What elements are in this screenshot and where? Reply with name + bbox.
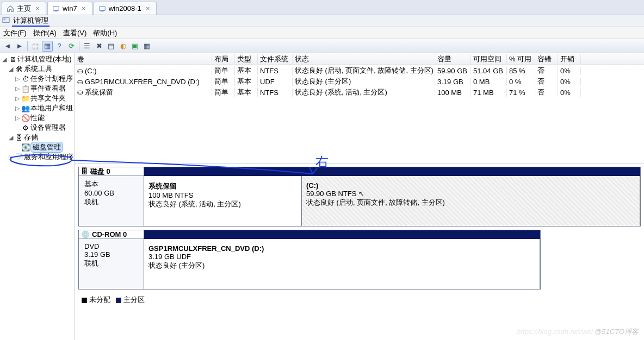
settings-button[interactable]: ▣ [129, 41, 140, 52]
perf-icon: 🚫 [22, 114, 29, 122]
svg-rect-3 [101, 11, 103, 11]
tree-root[interactable]: ◢🖥计算机管理(本地) [1, 54, 73, 64]
col-pct[interactable]: % 可用 [507, 54, 535, 64]
services-icon: 📄 [15, 153, 23, 161]
up-button[interactable]: ⬚ [30, 41, 41, 52]
tab-home[interactable]: 主页 × [2, 2, 46, 15]
disk-0-label: 🗄磁盘 0 基本 60.00 GB 联机 [79, 167, 144, 226]
storage-icon: 🗄 [15, 134, 23, 141]
svg-rect-1 [54, 11, 57, 11]
props-button[interactable]: ✖ [94, 41, 104, 52]
partition-c[interactable]: (C:) 59.90 GB NTFS ↖ 状态良好 (启动, 页面文件, 故障转… [302, 176, 640, 226]
watermark: https://blog.csdn.net/wei @51CTO博客 [517, 327, 639, 337]
tree-services[interactable]: ▷📄服务和应用程序 [1, 152, 73, 162]
tree-local-users[interactable]: ▷👥本地用户和组 [1, 103, 73, 113]
vm-tabs-bar: 主页 × win7 × win2008-1 × [0, 0, 644, 15]
volume-table[interactable]: 卷 布局 类型 文件系统 状态 容量 可用空间 % 可用 容错 开销 ⛀(C:)… [75, 53, 644, 163]
tree-performance[interactable]: ▷🚫性能 [1, 113, 73, 123]
col-ov[interactable]: 开销 [558, 54, 581, 64]
show-hide-button[interactable]: ▦ [42, 41, 53, 52]
partition-dvd[interactable]: GSP1RMCULXFRER_CN_DVD (D:) 3.19 GB UDF 状… [144, 239, 540, 289]
close-icon[interactable]: × [34, 4, 41, 12]
computer-icon: 🖥 [9, 55, 16, 63]
tab-label: win7 [63, 4, 77, 12]
legend-primary-swatch [116, 298, 121, 303]
tab-win7[interactable]: win7 × [47, 2, 92, 15]
svg-rect-2 [100, 6, 106, 10]
tree-system-tools[interactable]: ◢🛠系统工具 [1, 64, 73, 74]
disk-icon: 💽 [22, 143, 29, 151]
col-type[interactable]: 类型 [235, 54, 258, 64]
col-layout[interactable]: 布局 [212, 54, 235, 64]
partition-system-reserved[interactable]: 系统保留 100 MB NTFS 状态良好 (系统, 活动, 主分区) [144, 176, 302, 226]
menu-action[interactable]: 操作(A) [33, 28, 57, 38]
col-free[interactable]: 可用空间 [471, 54, 507, 64]
col-volume[interactable]: 卷 [75, 54, 212, 64]
forward-button[interactable]: ► [14, 41, 25, 52]
tab-label: 主页 [17, 4, 31, 14]
content-pane: 卷 布局 类型 文件系统 状态 容量 可用空间 % 可用 容错 开销 ⛀(C:)… [75, 53, 644, 340]
dvd-icon: 💿 [81, 230, 90, 238]
svg-rect-5 [4, 18, 6, 20]
col-ft[interactable]: 容错 [535, 54, 558, 64]
menu-help[interactable]: 帮助(H) [93, 28, 117, 38]
col-fs[interactable]: 文件系统 [258, 54, 293, 64]
separator [79, 41, 79, 51]
window-title: 计算机管理 [12, 16, 49, 27]
svg-rect-4 [3, 18, 9, 23]
vm-icon [98, 5, 106, 12]
menu-view[interactable]: 查看(V) [63, 28, 86, 38]
tab-win2008[interactable]: win2008-1 × [94, 2, 157, 15]
folder-icon: 📁 [22, 95, 29, 102]
disk-header-strip [144, 230, 540, 239]
disk-drive-icon: 🗄 [81, 167, 88, 175]
nav-tree[interactable]: ◢🖥计算机管理(本地) ◢🛠系统工具 ▷⏱任务计划程序 ▷📋事件查看器 ▷📁共享… [0, 53, 75, 340]
refresh-button[interactable]: ⟳ [66, 41, 77, 52]
menu-bar: 文件(F) 操作(A) 查看(V) 帮助(H) [0, 27, 644, 39]
mmc-icon [2, 16, 10, 26]
tools-icon: 🛠 [15, 65, 23, 73]
legend-unalloc-swatch [82, 298, 87, 303]
col-cap[interactable]: 容量 [435, 54, 471, 64]
tree-device-manager[interactable]: ⚙设备管理器 [1, 123, 73, 133]
disk-0-block[interactable]: 🗄磁盘 0 基本 60.00 GB 联机 系统保留 100 MB NTFS 状态… [78, 167, 641, 226]
window-title-bar: 计算机管理 [0, 15, 644, 27]
action-button[interactable]: ◐ [117, 41, 128, 52]
cdrom-block[interactable]: 💿CD-ROM 0 DVD 3.19 GB 联机 GSP1RMCULXFRER_… [78, 230, 541, 289]
legend: 未分配 主分区 [75, 293, 644, 307]
cdrom-label: 💿CD-ROM 0 DVD 3.19 GB 联机 [79, 230, 144, 289]
close-icon[interactable]: × [80, 4, 88, 12]
col-status[interactable]: 状态 [293, 54, 435, 64]
svg-rect-0 [53, 6, 59, 10]
tool-bar: ◄ ► ⬚ ▦ ? ⟳ ☰ ✖ ▤ ◐ ▣ ▦ [0, 39, 644, 53]
event-icon: 📋 [22, 85, 29, 92]
volume-row[interactable]: ⛀GSP1RMCULXFRER_CN_DVD (D:)简单基本UDF状态良好 (… [75, 76, 644, 87]
help-button[interactable]: ? [54, 41, 65, 52]
grid-button[interactable]: ▤ [106, 41, 116, 52]
back-button[interactable]: ◄ [2, 41, 13, 52]
tree-event-viewer[interactable]: ▷📋事件查看器 [1, 84, 73, 93]
extra-button[interactable]: ▦ [141, 41, 152, 52]
volume-row[interactable]: ⛀系统保留简单基本NTFS状态良好 (系统, 活动, 主分区)100 MB71 … [75, 87, 644, 98]
vm-icon [52, 5, 60, 12]
tree-storage[interactable]: ◢🗄存储 [1, 133, 73, 142]
tree-shared-folders[interactable]: ▷📁共享文件夹 [1, 93, 73, 103]
cursor-icon: ↖ [358, 190, 364, 198]
volume-header-row: 卷 布局 类型 文件系统 状态 容量 可用空间 % 可用 容错 开销 [75, 53, 644, 65]
list-view-button[interactable]: ☰ [82, 41, 92, 52]
tab-label: win2008-1 [109, 4, 141, 12]
disk-header-strip [144, 167, 640, 176]
volume-row[interactable]: ⛀(C:)简单基本NTFS状态良好 (启动, 页面文件, 故障转储, 主分区)5… [75, 65, 644, 76]
home-icon [7, 5, 14, 12]
tree-disk-management[interactable]: 💽磁盘管理 [1, 142, 73, 152]
separator [27, 41, 28, 51]
users-icon: 👥 [22, 104, 29, 112]
tree-task-scheduler[interactable]: ▷⏱任务计划程序 [1, 74, 73, 84]
close-icon[interactable]: × [144, 4, 152, 12]
disk-graphic-area: 🗄磁盘 0 基本 60.00 GB 联机 系统保留 100 MB NTFS 状态… [75, 163, 644, 340]
device-icon: ⚙ [22, 124, 29, 131]
clock-icon: ⏱ [22, 75, 29, 83]
menu-file[interactable]: 文件(F) [3, 28, 27, 38]
